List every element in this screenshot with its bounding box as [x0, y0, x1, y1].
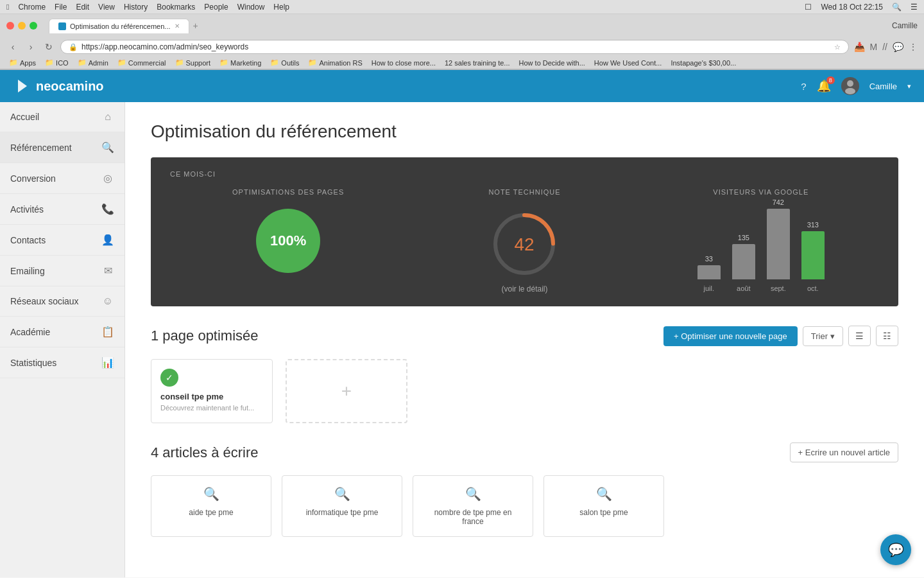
- extension-icon-3[interactable]: //: [882, 42, 887, 52]
- sidebar-item-conversion[interactable]: Conversion ◎: [0, 163, 124, 194]
- mac-bar:  Chrome File Edit View History Bookmark…: [0, 0, 924, 14]
- page-card-conseil[interactable]: ✓ conseil tpe pme Découvrez maintenant l…: [151, 359, 273, 423]
- sidebar-item-emailing[interactable]: Emailing ✉: [0, 256, 124, 286]
- bar-label-oct: oct.: [807, 285, 819, 292]
- folder-icon: 📁: [9, 58, 18, 67]
- stats-row: OPTIMISATIONS DES PAGES 100% NOTE TECHNI…: [170, 188, 879, 293]
- folder-icon-7: 📁: [270, 58, 279, 67]
- help-button[interactable]: ?: [801, 81, 806, 92]
- sidebar-item-referencement[interactable]: Référencement 🔍: [0, 132, 124, 163]
- bookmark-support[interactable]: 📁 Support: [173, 58, 214, 67]
- close-button[interactable]: [6, 22, 14, 30]
- bar-oct-rect: [801, 231, 825, 279]
- card-check-icon: ✓: [160, 369, 178, 387]
- user-dropdown-icon[interactable]: ▾: [907, 82, 911, 91]
- forward-button[interactable]: ›: [24, 42, 37, 52]
- history-menu[interactable]: History: [124, 3, 148, 12]
- bar-juil-rect: [697, 265, 721, 279]
- list-icon[interactable]: ☰: [911, 3, 918, 12]
- chat-widget-button[interactable]: 💬: [880, 534, 911, 565]
- bookmark-decide[interactable]: How to Decide with...: [517, 58, 588, 67]
- dropbox-icon: ☐: [805, 3, 812, 12]
- write-article-button[interactable]: + Ecrire un nouvel article: [790, 442, 898, 462]
- bar-val-aout: 135: [738, 234, 749, 241]
- logo[interactable]: neocamino: [13, 77, 104, 95]
- article-card-2[interactable]: 🔍 nombre de tpe pme en france: [413, 475, 533, 537]
- extension-icon-2[interactable]: M: [870, 42, 878, 52]
- optimize-new-page-button[interactable]: + Optimiser une nouvelle page: [663, 326, 798, 346]
- article-card-3[interactable]: 🔍 salon tpe pme: [543, 475, 664, 537]
- sort-button[interactable]: Trier ▾: [803, 326, 843, 346]
- folder-icon-5: 📁: [175, 58, 184, 67]
- sidebar-item-reseaux[interactable]: Réseaux sociaux ☺: [0, 286, 124, 317]
- menu-button[interactable]: ⋮: [909, 42, 918, 52]
- user-name-button[interactable]: Camille: [869, 82, 897, 91]
- traffic-lights: [6, 22, 37, 30]
- email-icon: ✉: [101, 265, 114, 277]
- svg-text:42: 42: [515, 234, 535, 254]
- bookmark-howtoclose[interactable]: How to close more...: [369, 58, 438, 67]
- article-card-1[interactable]: 🔍 informatique tpe pme: [282, 475, 402, 537]
- maximize-button[interactable]: [30, 22, 37, 30]
- bookmark-ico[interactable]: 📁 ICO: [42, 58, 71, 67]
- stats-optimisations: OPTIMISATIONS DES PAGES 100%: [170, 188, 406, 273]
- search-icon[interactable]: 🔍: [892, 3, 902, 12]
- bookmarks-menu[interactable]: Bookmarks: [157, 3, 195, 12]
- bookmark-instapage[interactable]: Instapage's $30,00...: [668, 58, 739, 67]
- article-card-0[interactable]: 🔍 aide tpe pme: [151, 475, 271, 537]
- page-title: Optimisation du référencement: [151, 121, 898, 142]
- stats-note: NOTE TECHNIQUE 42 (voir le détail): [406, 188, 642, 293]
- browser-tab[interactable]: Optimisation du référencemen... ✕: [49, 19, 189, 33]
- help-menu[interactable]: Help: [273, 3, 289, 12]
- bookmark-commercial[interactable]: 📁 Commercial: [115, 58, 169, 67]
- minimize-button[interactable]: [18, 22, 26, 30]
- sidebar-item-contacts[interactable]: Contacts 👤: [0, 225, 124, 256]
- sidebar-item-activites[interactable]: Activités 📞: [0, 194, 124, 225]
- address-bar[interactable]: 🔒 https://app.neocamino.com/admin/seo_ke…: [60, 40, 849, 54]
- home-icon: ⌂: [101, 111, 114, 123]
- window-menu[interactable]: Window: [237, 3, 265, 12]
- people-menu[interactable]: People: [204, 3, 228, 12]
- back-button[interactable]: ‹: [6, 42, 19, 52]
- add-page-card[interactable]: +: [286, 359, 407, 423]
- notifications-bell[interactable]: 🔔 8: [817, 79, 831, 93]
- month-label: CE MOIS-CI: [170, 170, 879, 178]
- visitors-chart: 33 juil. 135 août: [643, 209, 879, 292]
- tab-close-button[interactable]: ✕: [175, 22, 180, 30]
- add-icon: +: [341, 381, 352, 401]
- bookmark-sales[interactable]: 12 sales training te...: [442, 58, 513, 67]
- reload-button[interactable]: ↻: [42, 42, 55, 52]
- bookmark-marketing[interactable]: 📁 Marketing: [217, 58, 264, 67]
- target-icon: ◎: [101, 172, 114, 184]
- file-menu[interactable]: File: [55, 3, 67, 12]
- edit-menu[interactable]: Edit: [76, 3, 89, 12]
- bar-sept: 742 sept.: [767, 198, 790, 292]
- sidebar-item-statistiques[interactable]: Statistiques 📊: [0, 347, 124, 378]
- bookmark-apps[interactable]: 📁 Apps: [6, 58, 38, 67]
- view-menu[interactable]: View: [98, 3, 115, 12]
- card-subtitle: Découvrez maintenant le fut...: [160, 404, 263, 412]
- main-content: Optimisation du référencement CE MOIS-CI…: [125, 102, 924, 577]
- extension-icon-4[interactable]: 💬: [893, 42, 903, 52]
- bookmark-animation[interactable]: 📁 Animation RS: [305, 58, 364, 67]
- list-view-button[interactable]: ☰: [848, 326, 871, 346]
- extension-icon-1[interactable]: 📥: [854, 42, 865, 52]
- bookmark-outils[interactable]: 📁 Outils: [268, 58, 302, 67]
- apple-menu[interactable]: : [6, 3, 9, 12]
- grid-view-button[interactable]: ☷: [876, 326, 898, 346]
- bookmark-howweused[interactable]: How We Used Cont...: [592, 58, 665, 67]
- sidebar-item-academie[interactable]: Académie 📋: [0, 317, 124, 347]
- new-tab-button[interactable]: +: [193, 21, 198, 31]
- optimisations-value: 100%: [256, 209, 320, 273]
- sidebar: Accueil ⌂ Référencement 🔍 Conversion ◎ A…: [0, 102, 125, 577]
- sidebar-item-accueil[interactable]: Accueil ⌂: [0, 102, 124, 132]
- folder-icon-8: 📁: [308, 58, 317, 67]
- article-keyword-2: nombre de tpe pme en france: [424, 508, 522, 526]
- star-icon[interactable]: ☆: [834, 43, 841, 51]
- note-detail[interactable]: (voir le détail): [501, 285, 547, 293]
- chrome-menu[interactable]: Chrome: [18, 3, 46, 12]
- chat-icon: 💬: [888, 542, 904, 557]
- bookmark-admin[interactable]: 📁 Admin: [75, 58, 111, 67]
- tab-bar: Optimisation du référencemen... ✕ +: [42, 19, 205, 33]
- stats-visitors: VISITEURS VIA GOOGLE 33 juil. 135: [643, 188, 879, 292]
